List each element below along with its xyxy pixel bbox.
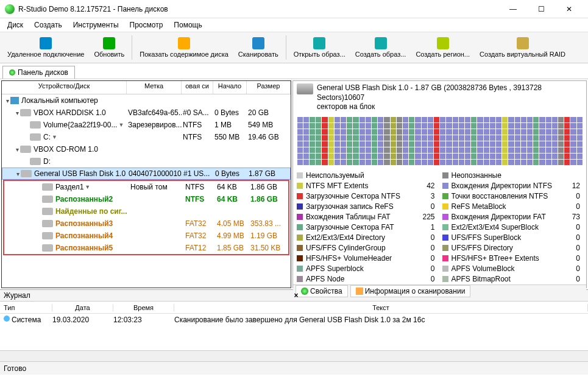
tree-toggle-icon[interactable] [14,110,20,116]
map-cell [570,135,576,141]
col-size[interactable]: Размер [247,81,291,94]
tree-row[interactable]: C:▼NTFS550 MB19.46 GB [2,131,291,143]
col-start[interactable]: Начало [213,81,247,94]
tbtn-Обновить[interactable]: Обновить [89,33,129,62]
jcol-date[interactable]: Дата [52,304,113,311]
tree-row[interactable]: Volume{2aa22f19-00...▼Зарезервиров...NTF… [2,119,291,131]
tree-row[interactable]: Локальный компьютер [2,94,291,107]
close-button[interactable]: ✕ [555,1,583,18]
tree-row[interactable]: Распознанный3FAT324.05 MB353.83 ... [4,217,288,230]
device-tree-pane: Устройство/Диск Метка овая си Начало Раз… [1,80,291,288]
tree-row[interactable]: VBOX HARDDISK 1.0VB3afc649a-65...#0 SA..… [2,107,291,119]
tbtn-Сканировать[interactable]: Сканировать [233,33,283,62]
legend-name: Ext2/Ext3/Ext4 SuperBlock [452,223,566,231]
map-cell [322,141,327,147]
legend-item: Ext2/Ext3/Ext4 Directory0 [297,233,437,243]
map-cell [353,123,358,129]
map-cell [428,117,433,122]
legend-name: UFS/FFS SuperBlock [452,233,566,242]
disk-icon [20,109,31,116]
jcol-text[interactable]: Текст [174,304,588,311]
legend-item: Загрузочная запись ReFS0 [297,202,437,212]
tree-row[interactable]: VBOX CD-ROM 1.0 [2,143,291,155]
map-cell [546,135,551,141]
map-cell [477,135,483,141]
minimize-button[interactable]: — [499,1,527,18]
tree-item-name: VBOX CD-ROM 1.0 [34,145,98,154]
tbtn-Удаленное подключение[interactable]: Удаленное подключение [2,33,89,62]
map-cell [446,147,452,153]
map-cell [366,141,371,147]
map-cell [316,117,321,122]
map-cell [521,141,526,147]
tree-row[interactable]: Распознанный5FAT121.85 GB31.50 KB [4,242,288,254]
map-cell [378,141,383,147]
map-cell [335,160,340,165]
tree-row[interactable]: D: [2,155,291,168]
tbtn-Создать образ...[interactable]: Создать образ... [350,33,411,62]
tree-row[interactable]: Раздел1▼Новый томNTFS64 KB1.86 GB [4,181,288,193]
menu-Создать[interactable]: Создать [29,20,67,30]
map-cell [316,147,321,153]
map-cell [303,141,309,147]
map-cell [310,160,315,165]
cell-c4: 4.99 MB [216,231,249,240]
map-cell [539,129,545,135]
cell-c3: NTFS [184,183,216,191]
tbtn-Создать регион...[interactable]: Создать регион... [411,33,475,62]
journal-scrollbar[interactable] [0,350,588,361]
tree-row[interactable]: Распознанный4FAT324.99 MB1.19 GB [4,230,288,242]
legend-swatch [297,203,303,210]
disk-icon [42,244,53,252]
tree-toggle-icon[interactable] [14,146,20,153]
jcol-type[interactable]: Тип [0,304,52,311]
map-cell [303,147,309,153]
map-cell [484,154,489,159]
device-tree[interactable]: Локальный компьютерVBOX HARDDISK 1.0VB3a… [2,94,291,288]
map-cell [508,141,514,147]
legend-col2: НеопознанныеВхождения Директории NTFS12Т… [442,171,583,284]
map-cell [577,141,583,147]
disk-icon [42,220,53,227]
dropdown-icon[interactable]: ▼ [85,184,90,190]
menu-Диск[interactable]: Диск [2,20,28,30]
block-map[interactable] [293,115,586,168]
dropdown-icon[interactable]: ▼ [52,134,57,140]
tbtn-Создать виртуальный RAID[interactable]: Создать виртуальный RAID [475,33,570,62]
legend-swatch [297,224,303,230]
map-cell [496,123,501,129]
tab-disk-panel[interactable]: Панель дисков [2,66,75,79]
legend-count: 0 [565,202,583,211]
legend-count: 0 [420,244,437,252]
maximize-button[interactable]: ☐ [527,1,555,18]
menu-Инструменты[interactable]: Инструменты [68,20,124,30]
col-fs[interactable]: овая си [182,81,213,94]
map-cell [453,154,458,159]
map-cell [409,129,414,135]
col-device[interactable]: Устройство/Диск [2,81,127,94]
journal-row[interactable]: Система 19.03.2020 12:03:23 Сканирование… [0,314,588,326]
tbtn-Открыть образ...[interactable]: Открыть образ... [289,33,350,62]
journal-close-button[interactable]: × [294,291,585,300]
tree-row[interactable]: General USB Flash Disk 1.00404071000010.… [2,168,291,180]
col-label[interactable]: Метка [127,81,182,94]
jcol-time[interactable]: Время [113,304,174,311]
tree-toggle-icon[interactable] [4,97,10,104]
menu-Помощь[interactable]: Помощь [169,20,207,30]
tbtn-Показать содержимое диска[interactable]: Показать содержимое диска [135,33,233,62]
cell-c3: FAT32 [184,219,216,228]
cell-c3: #0 SA... [182,108,213,117]
tree-row[interactable]: Найденные по сиг... [4,205,288,217]
map-cell [397,147,402,153]
map-cell [459,129,464,135]
map-cell [465,135,470,141]
dropdown-icon[interactable]: ▼ [118,122,124,128]
tree-row[interactable]: Распознанный2NTFS64 KB1.86 GB [4,193,288,205]
map-cell [465,141,470,147]
legend-swatch [442,245,448,251]
legend-name: Точки восстановления NTFS [452,192,566,200]
menu-Просмотр[interactable]: Просмотр [125,20,168,30]
toolbar-icon [517,37,529,49]
map-cell [490,123,495,129]
tree-toggle-icon[interactable] [15,171,21,177]
